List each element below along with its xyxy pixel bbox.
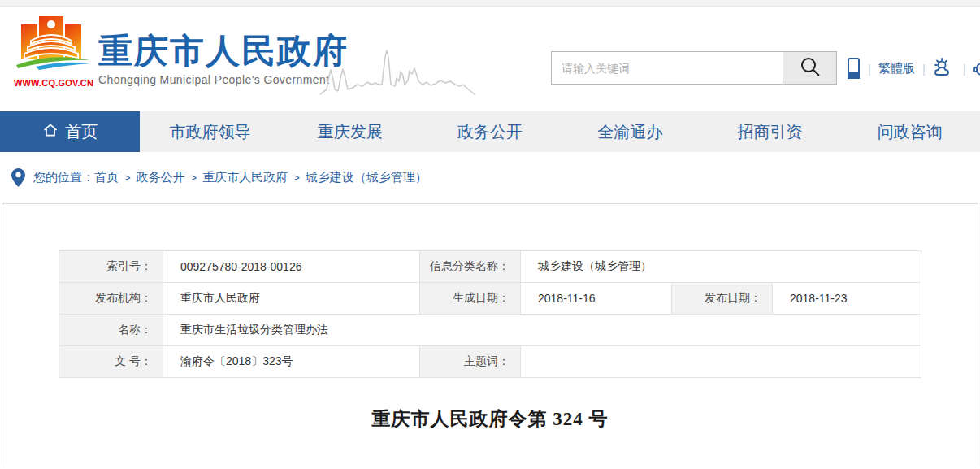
logo-url-text: WWW.CQ.GOV.CN xyxy=(13,78,94,88)
meta-label-publish-date: 发布日期： xyxy=(672,283,773,315)
meta-label-document-number: 文 号： xyxy=(59,346,163,378)
meta-label-subject-words: 主题词： xyxy=(420,346,521,378)
breadcrumb-separator: > xyxy=(191,172,197,184)
breadcrumb-prefix: 您的位置： xyxy=(33,170,94,185)
search-input[interactable] xyxy=(552,52,783,84)
site-subtitle: Chongqing Municipal People's Government xyxy=(98,73,349,86)
robot-assistant-icon[interactable] xyxy=(973,57,980,80)
nav-item-label: 首页 xyxy=(65,121,98,143)
meta-value-title: 重庆市生活垃圾分类管理办法 xyxy=(163,315,921,346)
breadcrumb-link-urban-construction[interactable]: 城乡建设（城乡管理） xyxy=(306,170,427,185)
mobile-phone-icon[interactable] xyxy=(847,57,861,80)
nav-item-chongqing-development[interactable]: 重庆发展 xyxy=(280,111,420,152)
city-skyline-decoration xyxy=(320,47,476,101)
table-row: 发布机构： 重庆市人民政府 生成日期： 2018-11-16 发布日期： 201… xyxy=(59,283,921,315)
nav-item-investment[interactable]: 招商引资 xyxy=(700,111,839,152)
tool-separator: | xyxy=(963,62,966,76)
breadcrumb-separator: > xyxy=(293,172,300,184)
site-logo[interactable]: WWW.CQ.GOV.CN xyxy=(13,10,94,88)
table-row: 名称： 重庆市生活垃圾分类管理办法 xyxy=(59,315,921,346)
search-box xyxy=(551,51,837,85)
home-icon xyxy=(42,122,59,142)
meta-value-index-number: 009275780-2018-00126 xyxy=(163,251,420,283)
nav-item-government-affairs[interactable]: 政务公开 xyxy=(420,111,560,152)
location-pin-icon xyxy=(11,168,25,187)
top-strip xyxy=(0,0,980,7)
meta-label-issuing-agency: 发布机构： xyxy=(59,283,163,315)
header-tools: | 繁體版 | | xyxy=(847,53,980,84)
nav-item-online-services[interactable]: 全渝通办 xyxy=(560,111,700,152)
chongqing-building-logo-icon xyxy=(15,65,93,79)
traditional-chinese-link[interactable]: 繁體版 xyxy=(878,61,915,76)
breadcrumb-link-home[interactable]: 首页 xyxy=(94,170,119,185)
meta-value-subject-words xyxy=(521,346,921,378)
search-button[interactable] xyxy=(783,52,836,84)
breadcrumb-separator: > xyxy=(124,172,131,184)
site-header: WWW.CQ.GOV.CN 重庆市人民政府 Chongqing Municipa… xyxy=(0,7,980,111)
meta-label-category: 信息分类名称： xyxy=(420,251,521,283)
meta-value-document-number: 渝府令〔2018〕323号 xyxy=(163,346,420,378)
site-title-block: 重庆市人民政府 Chongqing Municipal People's Gov… xyxy=(98,31,349,86)
meta-value-issuing-agency: 重庆市人民政府 xyxy=(163,283,420,315)
meta-value-publish-date: 2018-11-23 xyxy=(773,283,921,315)
document-content-card: 索引号： 009275780-2018-00126 信息分类名称： 城乡建设（城… xyxy=(2,203,978,467)
magnifier-icon xyxy=(800,56,821,80)
document-meta-table: 索引号： 009275780-2018-00126 信息分类名称： 城乡建设（城… xyxy=(59,250,921,378)
table-row: 文 号： 渝府令〔2018〕323号 主题词： xyxy=(59,346,921,378)
site-title: 重庆市人民政府 xyxy=(98,31,349,72)
meta-label-index-number: 索引号： xyxy=(59,251,163,283)
government-order-title: 重庆市人民政府令第 324 号 xyxy=(2,406,978,432)
nav-item-home[interactable]: 首页 xyxy=(0,111,140,152)
breadcrumb-link-gov-affairs[interactable]: 政务公开 xyxy=(137,170,185,185)
nav-item-consultation[interactable]: 问政咨询 xyxy=(840,111,980,152)
sun-cloud-weather-icon[interactable] xyxy=(933,58,956,79)
meta-label-title: 名称： xyxy=(59,315,163,346)
tool-separator: | xyxy=(922,62,926,76)
tool-separator: | xyxy=(868,62,871,76)
breadcrumb: 您的位置： 首页 > 政务公开 > 重庆市人民政府 > 城乡建设（城乡管理） xyxy=(0,152,980,203)
meta-value-category: 城乡建设（城乡管理） xyxy=(521,251,921,283)
table-row: 索引号： 009275780-2018-00126 信息分类名称： 城乡建设（城… xyxy=(59,251,921,283)
nav-item-government-leaders[interactable]: 市政府领导 xyxy=(140,111,280,152)
meta-value-creation-date: 2018-11-16 xyxy=(521,283,672,315)
breadcrumb-link-municipal-gov[interactable]: 重庆市人民政府 xyxy=(202,170,288,185)
main-navigation: 首页 市政府领导 重庆发展 政务公开 全渝通办 招商引资 问政咨询 xyxy=(0,111,980,152)
meta-label-creation-date: 生成日期： xyxy=(420,283,521,315)
